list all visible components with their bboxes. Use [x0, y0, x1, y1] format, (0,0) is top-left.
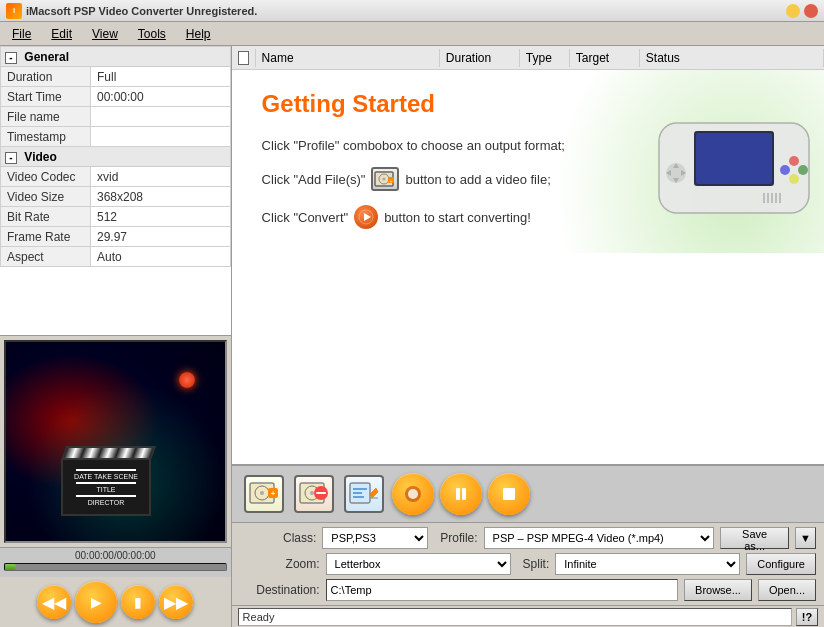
minimize-button[interactable] [786, 4, 800, 18]
psp-device [654, 103, 814, 233]
properties-area: - General Duration Full Start Time 00:00… [0, 46, 231, 336]
prop-video-size: Video Size 368x208 [1, 187, 231, 207]
svg-rect-44 [503, 488, 515, 500]
properties-scroll[interactable]: - General Duration Full Start Time 00:00… [0, 46, 231, 336]
split-select[interactable]: Infinite [555, 553, 740, 575]
gs-text-1: Click "Profile" combobox to choose an ou… [262, 138, 565, 153]
time-display: 00:00:00/00:00:00 [4, 550, 227, 561]
svg-point-31 [310, 491, 314, 495]
getting-started-section: Getting Started Click "Profile" combobox… [232, 70, 824, 253]
col-name-header: Name [256, 49, 440, 67]
col-status-header: Status [640, 49, 824, 67]
progress-bar-fill [5, 564, 16, 570]
zoom-split-row: Zoom: Letterbox Split: Infinite Configur… [240, 553, 816, 575]
left-panel: - General Duration Full Start Time 00:00… [0, 46, 232, 627]
svg-marker-6 [364, 213, 371, 221]
next-button[interactable]: ▶▶ [159, 585, 193, 619]
menu-help[interactable]: Help [176, 25, 221, 43]
video-section-header: - Video [1, 147, 231, 167]
stop-button[interactable]: ▮ [121, 585, 155, 619]
dvd-add-icon: + [244, 475, 284, 513]
convert-button[interactable] [392, 473, 434, 515]
help-button[interactable]: !? [796, 608, 818, 626]
prop-video-codec: Video Codec xvid [1, 167, 231, 187]
browse-button[interactable]: Browse... [684, 579, 752, 601]
prop-aspect: Aspect Auto [1, 247, 231, 267]
svg-rect-43 [462, 488, 466, 500]
prop-frame-rate: Frame Rate 29.97 [1, 227, 231, 247]
menu-tools[interactable]: Tools [128, 25, 176, 43]
configure-button[interactable]: Configure [746, 553, 816, 575]
destination-input[interactable] [326, 579, 678, 601]
svg-text:+: + [270, 489, 275, 498]
playback-controls: ◀◀ ▶ ▮ ▶▶ [0, 577, 231, 627]
svg-point-2 [383, 178, 386, 181]
properties-table: - General Duration Full Start Time 00:00… [0, 46, 231, 267]
zoom-select[interactable]: Letterbox [326, 553, 511, 575]
destination-row: Destination: Browse... Open... [240, 579, 816, 601]
svg-point-18 [789, 174, 799, 184]
title-bar-left: i iMacsoft PSP Video Converter Unregiste… [6, 3, 257, 19]
class-label: Class: [240, 531, 317, 545]
svg-point-26 [260, 491, 264, 495]
status-text: Ready [238, 608, 792, 626]
menu-edit[interactable]: Edit [41, 25, 82, 43]
clapboard: DATE TAKE SCENE TITLE DIRECTOR [61, 446, 151, 516]
progress-bar[interactable] [4, 563, 227, 571]
clapboard-body: DATE TAKE SCENE TITLE DIRECTOR [61, 460, 151, 516]
profile-label: Profile: [440, 531, 477, 545]
col-target-header: Target [570, 49, 640, 67]
menu-file[interactable]: File [2, 25, 41, 43]
main-layout: - General Duration Full Start Time 00:00… [0, 46, 824, 627]
edit-button[interactable] [342, 472, 386, 516]
stop-convert-button[interactable] [488, 473, 530, 515]
open-button[interactable]: Open... [758, 579, 816, 601]
zoom-label: Zoom: [240, 557, 320, 571]
clapboard-line3 [76, 495, 136, 497]
prev-button[interactable]: ◀◀ [37, 585, 71, 619]
svg-rect-42 [456, 488, 460, 500]
file-list-area: Name Duration Type Target Status Getting… [232, 46, 824, 465]
play-button[interactable]: ▶ [75, 581, 117, 623]
svg-point-17 [780, 165, 790, 175]
file-list-header: Name Duration Type Target Status [232, 46, 824, 70]
gs-text-3b: button to start converting! [384, 210, 531, 225]
video-collapse[interactable]: - [5, 152, 17, 164]
right-panel: Name Duration Type Target Status Getting… [232, 46, 824, 627]
app-icon: i [6, 3, 22, 19]
select-all-checkbox[interactable] [238, 51, 249, 65]
add-file-button[interactable]: + [242, 472, 286, 516]
svg-text:+: + [390, 178, 394, 184]
preview-light [179, 372, 195, 388]
prop-timestamp: Timestamp [1, 127, 231, 147]
prop-file-name: File name [1, 107, 231, 127]
svg-marker-38 [370, 488, 378, 498]
clapboard-text1: DATE TAKE SCENE [74, 473, 138, 480]
profile-select[interactable]: PSP – PSP MPEG-4 Video (*.mp4) [484, 527, 715, 549]
title-bar-controls [786, 4, 818, 18]
dvd-edit-icon [344, 475, 384, 513]
gs-text-2a: Click "Add File(s)" [262, 172, 366, 187]
svg-point-16 [798, 165, 808, 175]
menu-view[interactable]: View [82, 25, 128, 43]
prop-start-time: Start Time 00:00:00 [1, 87, 231, 107]
save-as-dropdown[interactable]: ▼ [795, 527, 816, 549]
class-profile-row: Class: PSP,PS3 Profile: PSP – PSP MPEG-4… [240, 527, 816, 549]
destination-label: Destination: [240, 583, 320, 597]
remove-file-button[interactable] [292, 472, 336, 516]
general-collapse[interactable]: - [5, 52, 17, 64]
clapboard-top [61, 446, 156, 460]
pause-button[interactable] [440, 473, 482, 515]
col-duration-header: Duration [440, 49, 520, 67]
clapboard-text2: TITLE [96, 486, 115, 493]
save-as-button[interactable]: Save as... [720, 527, 789, 549]
status-bar: Ready !? [232, 605, 824, 627]
class-select[interactable]: PSP,PS3 [322, 527, 428, 549]
col-type-header: Type [520, 49, 570, 67]
clapboard-line1 [76, 469, 136, 471]
video-preview: DATE TAKE SCENE TITLE DIRECTOR [4, 340, 227, 543]
dvd-add-inline-icon: + [371, 167, 399, 191]
clapboard-text3: DIRECTOR [88, 499, 124, 506]
split-label: Split: [523, 557, 550, 571]
close-button[interactable] [804, 4, 818, 18]
